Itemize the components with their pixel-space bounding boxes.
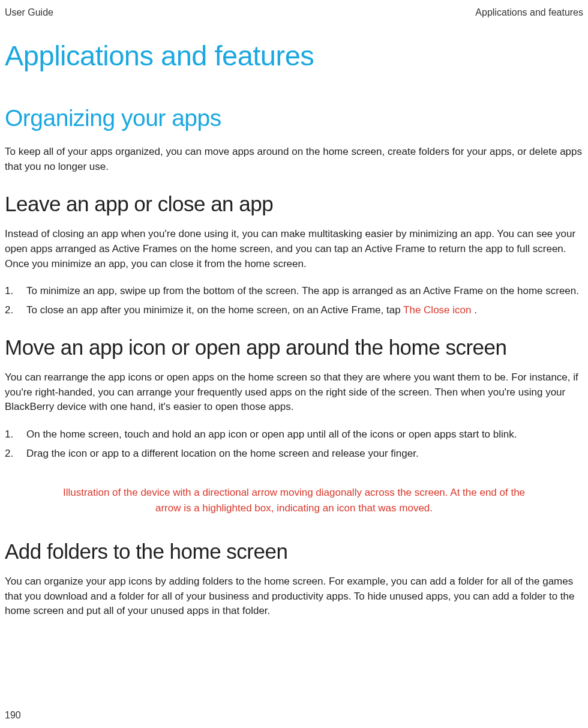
subsection-add-folders: Add folders to the home screen [5,540,583,564]
section1-paragraph: Instead of closing an app when you're do… [5,227,583,271]
section3-paragraph: You can organize your app icons by addin… [5,574,583,619]
step-number: 1. [5,427,26,442]
step-text: Drag the icon or app to a different loca… [26,446,583,462]
subsection-move-icon: Move an app icon or open app around the … [5,335,583,359]
step-number: 2. [5,302,26,318]
illustration-caption: Illustration of the device with a direct… [5,485,583,516]
step-number: 2. [5,446,26,462]
page-header: User Guide Applications and features [5,7,583,18]
section-heading-organizing: Organizing your apps [5,105,583,131]
list-item: 2. To close an app after you minimize it… [5,302,583,318]
page-number: 190 [5,710,21,721]
header-left: User Guide [5,7,53,18]
step-text: On the home screen, touch and hold an ap… [26,427,583,442]
close-icon: The Close icon [403,304,471,316]
list-item: 1. On the home screen, touch and hold an… [5,427,583,442]
step-text: To minimize an app, swipe up from the bo… [26,283,583,299]
section2-paragraph: You can rearrange the app icons or open … [5,370,583,415]
list-item: 1. To minimize an app, swipe up from the… [5,283,583,299]
intro-paragraph: To keep all of your apps organized, you … [5,145,583,174]
step-text: To close an app after you minimize it, o… [26,302,583,318]
section1-steps: 1. To minimize an app, swipe up from the… [5,283,583,317]
page-title: Applications and features [5,39,583,72]
header-right: Applications and features [475,7,583,18]
section2-steps: 1. On the home screen, touch and hold an… [5,427,583,461]
step-number: 1. [5,283,26,299]
list-item: 2. Drag the icon or app to a different l… [5,446,583,462]
subsection-leave-close: Leave an app or close an app [5,192,583,216]
